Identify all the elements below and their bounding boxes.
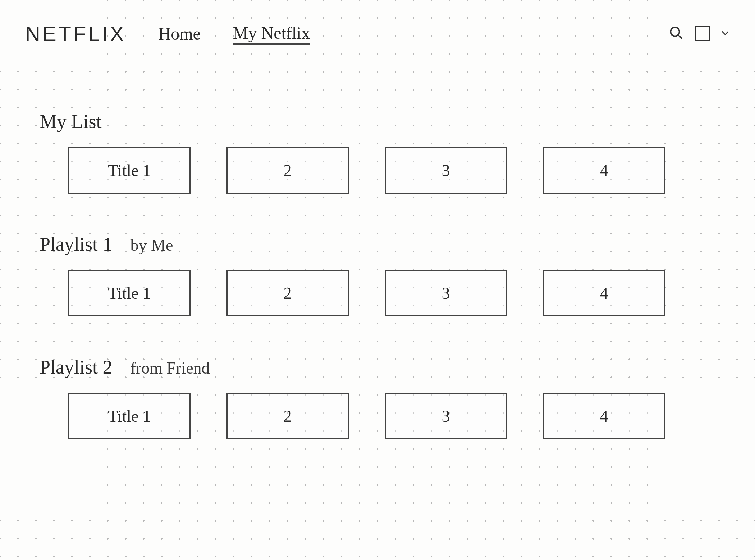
tile[interactable]: Title 1 — [68, 147, 191, 194]
tile[interactable]: 3 — [385, 393, 507, 439]
section-subtitle: from Friend — [131, 358, 210, 378]
section-title: Playlist 1 — [40, 233, 113, 255]
tile[interactable]: 2 — [226, 147, 349, 194]
tile[interactable]: 3 — [385, 270, 507, 316]
section-subtitle: by Me — [131, 236, 173, 255]
tile[interactable]: Title 1 — [68, 393, 191, 439]
tile-row: Title 1 2 3 4 — [25, 147, 730, 194]
header: NETFLIX Home My Netflix — [25, 22, 730, 46]
section-header: Playlist 1 by Me — [25, 233, 730, 255]
tile-row: Title 1 2 3 4 — [25, 393, 730, 439]
section-playlist-1: Playlist 1 by Me Title 1 2 3 4 — [25, 233, 730, 316]
chevron-down-icon[interactable] — [720, 28, 730, 39]
svg-line-1 — [678, 35, 682, 39]
section-title: Playlist 2 — [40, 356, 113, 378]
section-header: My List — [25, 110, 730, 133]
logo[interactable]: NETFLIX — [25, 22, 126, 46]
tile[interactable]: 4 — [543, 147, 665, 194]
header-right — [669, 26, 730, 42]
section-my-list: My List Title 1 2 3 4 — [25, 110, 730, 194]
search-icon[interactable] — [669, 26, 684, 42]
profile-avatar-icon[interactable] — [695, 26, 710, 41]
svg-point-0 — [671, 27, 680, 36]
nav-home[interactable]: Home — [159, 24, 201, 43]
tile[interactable]: Title 1 — [68, 270, 191, 316]
tile[interactable]: 4 — [543, 393, 665, 439]
section-title: My List — [40, 110, 102, 133]
section-playlist-2: Playlist 2 from Friend Title 1 2 3 4 — [25, 356, 730, 439]
tile[interactable]: 3 — [385, 147, 507, 194]
nav-my-netflix[interactable]: My Netflix — [233, 23, 310, 45]
tile[interactable]: 4 — [543, 270, 665, 316]
tile-row: Title 1 2 3 4 — [25, 270, 730, 316]
tile[interactable]: 2 — [226, 393, 349, 439]
section-header: Playlist 2 from Friend — [25, 356, 730, 378]
tile[interactable]: 2 — [226, 270, 349, 316]
